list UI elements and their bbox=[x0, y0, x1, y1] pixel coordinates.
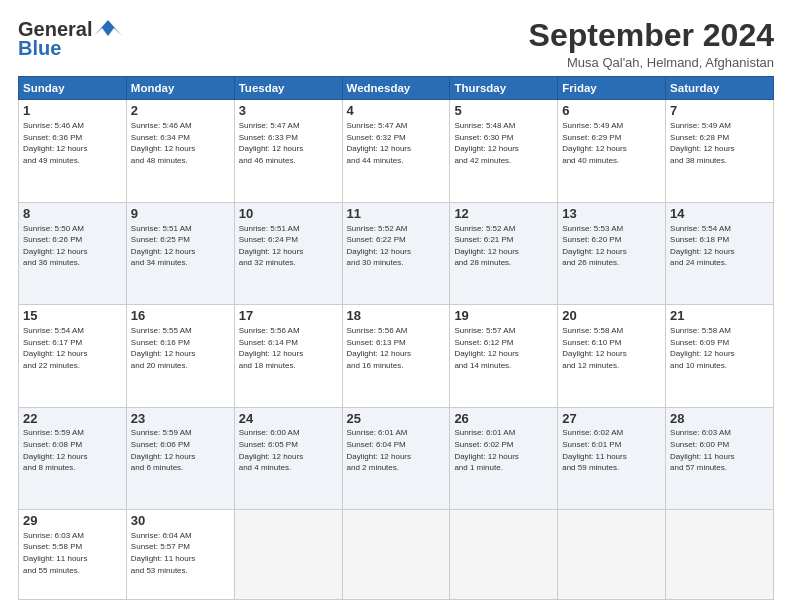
day-number: 21 bbox=[670, 308, 769, 325]
table-row: 10Sunrise: 5:51 AM Sunset: 6:24 PM Dayli… bbox=[234, 202, 342, 304]
table-row: 25Sunrise: 6:01 AM Sunset: 6:04 PM Dayli… bbox=[342, 407, 450, 509]
table-row: 29Sunrise: 6:03 AM Sunset: 5:58 PM Dayli… bbox=[19, 510, 127, 600]
day-number: 15 bbox=[23, 308, 122, 325]
col-saturday: Saturday bbox=[666, 77, 774, 100]
day-info: Sunrise: 6:04 AM Sunset: 5:57 PM Dayligh… bbox=[131, 530, 230, 576]
table-row: 27Sunrise: 6:02 AM Sunset: 6:01 PM Dayli… bbox=[558, 407, 666, 509]
day-number: 3 bbox=[239, 103, 338, 120]
day-number: 20 bbox=[562, 308, 661, 325]
day-info: Sunrise: 5:49 AM Sunset: 6:28 PM Dayligh… bbox=[670, 120, 769, 166]
table-row: 6Sunrise: 5:49 AM Sunset: 6:29 PM Daylig… bbox=[558, 100, 666, 202]
day-number: 26 bbox=[454, 411, 553, 428]
table-row: 23Sunrise: 5:59 AM Sunset: 6:06 PM Dayli… bbox=[126, 407, 234, 509]
day-number: 19 bbox=[454, 308, 553, 325]
table-row: 19Sunrise: 5:57 AM Sunset: 6:12 PM Dayli… bbox=[450, 305, 558, 407]
day-number: 13 bbox=[562, 206, 661, 223]
day-info: Sunrise: 6:02 AM Sunset: 6:01 PM Dayligh… bbox=[562, 427, 661, 473]
day-number: 6 bbox=[562, 103, 661, 120]
table-row: 4Sunrise: 5:47 AM Sunset: 6:32 PM Daylig… bbox=[342, 100, 450, 202]
day-number: 1 bbox=[23, 103, 122, 120]
day-info: Sunrise: 5:52 AM Sunset: 6:22 PM Dayligh… bbox=[347, 223, 446, 269]
day-info: Sunrise: 5:46 AM Sunset: 6:34 PM Dayligh… bbox=[131, 120, 230, 166]
day-number: 22 bbox=[23, 411, 122, 428]
day-number: 11 bbox=[347, 206, 446, 223]
day-number: 7 bbox=[670, 103, 769, 120]
day-number: 12 bbox=[454, 206, 553, 223]
calendar-week-row: 29Sunrise: 6:03 AM Sunset: 5:58 PM Dayli… bbox=[19, 510, 774, 600]
col-tuesday: Tuesday bbox=[234, 77, 342, 100]
table-row bbox=[666, 510, 774, 600]
day-number: 28 bbox=[670, 411, 769, 428]
table-row: 26Sunrise: 6:01 AM Sunset: 6:02 PM Dayli… bbox=[450, 407, 558, 509]
day-number: 23 bbox=[131, 411, 230, 428]
day-info: Sunrise: 5:58 AM Sunset: 6:09 PM Dayligh… bbox=[670, 325, 769, 371]
col-monday: Monday bbox=[126, 77, 234, 100]
table-row: 2Sunrise: 5:46 AM Sunset: 6:34 PM Daylig… bbox=[126, 100, 234, 202]
table-row: 20Sunrise: 5:58 AM Sunset: 6:10 PM Dayli… bbox=[558, 305, 666, 407]
table-row: 24Sunrise: 6:00 AM Sunset: 6:05 PM Dayli… bbox=[234, 407, 342, 509]
table-row bbox=[450, 510, 558, 600]
table-row: 15Sunrise: 5:54 AM Sunset: 6:17 PM Dayli… bbox=[19, 305, 127, 407]
table-row bbox=[342, 510, 450, 600]
day-info: Sunrise: 5:46 AM Sunset: 6:36 PM Dayligh… bbox=[23, 120, 122, 166]
day-number: 16 bbox=[131, 308, 230, 325]
day-info: Sunrise: 5:49 AM Sunset: 6:29 PM Dayligh… bbox=[562, 120, 661, 166]
weekday-header-row: Sunday Monday Tuesday Wednesday Thursday… bbox=[19, 77, 774, 100]
day-number: 18 bbox=[347, 308, 446, 325]
day-info: Sunrise: 5:56 AM Sunset: 6:13 PM Dayligh… bbox=[347, 325, 446, 371]
day-info: Sunrise: 5:53 AM Sunset: 6:20 PM Dayligh… bbox=[562, 223, 661, 269]
table-row: 17Sunrise: 5:56 AM Sunset: 6:14 PM Dayli… bbox=[234, 305, 342, 407]
day-info: Sunrise: 5:57 AM Sunset: 6:12 PM Dayligh… bbox=[454, 325, 553, 371]
day-number: 14 bbox=[670, 206, 769, 223]
day-info: Sunrise: 5:54 AM Sunset: 6:17 PM Dayligh… bbox=[23, 325, 122, 371]
table-row: 5Sunrise: 5:48 AM Sunset: 6:30 PM Daylig… bbox=[450, 100, 558, 202]
table-row: 3Sunrise: 5:47 AM Sunset: 6:33 PM Daylig… bbox=[234, 100, 342, 202]
day-info: Sunrise: 6:03 AM Sunset: 6:00 PM Dayligh… bbox=[670, 427, 769, 473]
day-number: 27 bbox=[562, 411, 661, 428]
svg-marker-0 bbox=[94, 20, 122, 36]
day-info: Sunrise: 5:47 AM Sunset: 6:32 PM Dayligh… bbox=[347, 120, 446, 166]
table-row: 28Sunrise: 6:03 AM Sunset: 6:00 PM Dayli… bbox=[666, 407, 774, 509]
month-title: September 2024 bbox=[529, 18, 774, 53]
day-info: Sunrise: 5:48 AM Sunset: 6:30 PM Dayligh… bbox=[454, 120, 553, 166]
title-block: September 2024 Musa Qal'ah, Helmand, Afg… bbox=[529, 18, 774, 70]
day-number: 10 bbox=[239, 206, 338, 223]
day-info: Sunrise: 5:51 AM Sunset: 6:24 PM Dayligh… bbox=[239, 223, 338, 269]
col-thursday: Thursday bbox=[450, 77, 558, 100]
day-info: Sunrise: 5:56 AM Sunset: 6:14 PM Dayligh… bbox=[239, 325, 338, 371]
col-wednesday: Wednesday bbox=[342, 77, 450, 100]
day-info: Sunrise: 5:54 AM Sunset: 6:18 PM Dayligh… bbox=[670, 223, 769, 269]
table-row bbox=[558, 510, 666, 600]
calendar-week-row: 1Sunrise: 5:46 AM Sunset: 6:36 PM Daylig… bbox=[19, 100, 774, 202]
day-info: Sunrise: 5:50 AM Sunset: 6:26 PM Dayligh… bbox=[23, 223, 122, 269]
day-info: Sunrise: 5:55 AM Sunset: 6:16 PM Dayligh… bbox=[131, 325, 230, 371]
table-row: 13Sunrise: 5:53 AM Sunset: 6:20 PM Dayli… bbox=[558, 202, 666, 304]
table-row: 8Sunrise: 5:50 AM Sunset: 6:26 PM Daylig… bbox=[19, 202, 127, 304]
day-info: Sunrise: 5:58 AM Sunset: 6:10 PM Dayligh… bbox=[562, 325, 661, 371]
table-row: 22Sunrise: 5:59 AM Sunset: 6:08 PM Dayli… bbox=[19, 407, 127, 509]
day-number: 24 bbox=[239, 411, 338, 428]
calendar-week-row: 15Sunrise: 5:54 AM Sunset: 6:17 PM Dayli… bbox=[19, 305, 774, 407]
day-info: Sunrise: 6:01 AM Sunset: 6:02 PM Dayligh… bbox=[454, 427, 553, 473]
calendar-table: Sunday Monday Tuesday Wednesday Thursday… bbox=[18, 76, 774, 600]
table-row: 12Sunrise: 5:52 AM Sunset: 6:21 PM Dayli… bbox=[450, 202, 558, 304]
calendar-week-row: 22Sunrise: 5:59 AM Sunset: 6:08 PM Dayli… bbox=[19, 407, 774, 509]
logo: General Blue bbox=[18, 18, 122, 60]
day-info: Sunrise: 5:59 AM Sunset: 6:08 PM Dayligh… bbox=[23, 427, 122, 473]
table-row: 11Sunrise: 5:52 AM Sunset: 6:22 PM Dayli… bbox=[342, 202, 450, 304]
day-number: 29 bbox=[23, 513, 122, 530]
logo-icon bbox=[94, 18, 122, 40]
day-number: 30 bbox=[131, 513, 230, 530]
table-row: 16Sunrise: 5:55 AM Sunset: 6:16 PM Dayli… bbox=[126, 305, 234, 407]
calendar-week-row: 8Sunrise: 5:50 AM Sunset: 6:26 PM Daylig… bbox=[19, 202, 774, 304]
table-row: 9Sunrise: 5:51 AM Sunset: 6:25 PM Daylig… bbox=[126, 202, 234, 304]
day-info: Sunrise: 6:00 AM Sunset: 6:05 PM Dayligh… bbox=[239, 427, 338, 473]
logo-blue: Blue bbox=[18, 37, 61, 60]
table-row: 21Sunrise: 5:58 AM Sunset: 6:09 PM Dayli… bbox=[666, 305, 774, 407]
col-friday: Friday bbox=[558, 77, 666, 100]
day-number: 2 bbox=[131, 103, 230, 120]
day-info: Sunrise: 5:59 AM Sunset: 6:06 PM Dayligh… bbox=[131, 427, 230, 473]
table-row: 18Sunrise: 5:56 AM Sunset: 6:13 PM Dayli… bbox=[342, 305, 450, 407]
table-row bbox=[234, 510, 342, 600]
day-info: Sunrise: 6:03 AM Sunset: 5:58 PM Dayligh… bbox=[23, 530, 122, 576]
